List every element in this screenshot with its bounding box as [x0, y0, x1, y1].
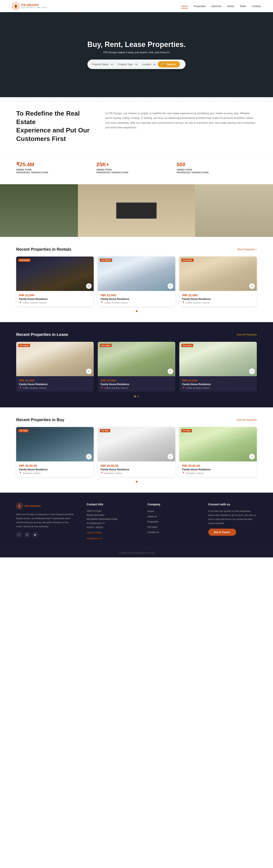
footer-phone[interactable]: 0484 48 04948 [87, 531, 135, 535]
copyright-text: © 2025 ITR Group All right reserved [119, 552, 154, 554]
rental-name-2: Family House Residence [101, 298, 172, 301]
lease-dot-1[interactable] [134, 396, 136, 397]
nav-properties[interactable]: Properties [194, 5, 206, 8]
buy-card-2-info: INR 30,00,00 Family House Residence 📍 Na… [98, 461, 175, 477]
lease-header: Recent Properties in Lease View All Prop… [16, 332, 257, 337]
footer-logo-icon [16, 503, 23, 509]
instagram-icon[interactable]: in [24, 532, 30, 537]
buy-badge-1: For Sale [18, 429, 29, 432]
footer-link-properties[interactable]: Properties [147, 520, 159, 523]
lease-dot-2[interactable] [137, 396, 139, 397]
buy-card-1: For Sale ⤢ INR 30,00,00 Family House Res… [16, 427, 94, 477]
rental-name-3: Family House Residence [182, 298, 254, 301]
mission-heading: To Redefine the Real Estate Experience a… [16, 109, 93, 143]
rental-share-3[interactable]: ⤢ [249, 283, 255, 289]
footer-link-team[interactable]: Our team [147, 526, 158, 528]
lease-pin-icon-1: 📍 [19, 386, 22, 389]
lease-cards: For Lease ⤢ INR 22,000 Family House Resi… [16, 342, 257, 392]
stat-properties: 500 OWNED FROM PROPERTIES TRANSACTIONS [177, 161, 257, 174]
property-type-select[interactable]: Property Type [115, 62, 138, 67]
footer-link-contact[interactable]: Contact us [147, 531, 159, 534]
buy-share-2[interactable]: ⤢ [168, 454, 173, 459]
location-pin-icon-1: 📍 [19, 301, 22, 304]
rental-dot-1[interactable] [136, 310, 137, 312]
rental-price-3: INR 22,000 [182, 293, 254, 297]
lease-view-all[interactable]: View All Properties [237, 333, 257, 336]
footer-connect-desc: If you have any queries or need assistan… [208, 509, 257, 525]
buy-title: Recent Properties in Buy [16, 417, 64, 422]
lease-pin-icon-2: 📍 [101, 386, 103, 389]
stat-revenue-value: ₹25.4M [16, 161, 48, 168]
location-pin-icon-2: 📍 [101, 301, 103, 304]
stat-clients: 25K+ OWNED FROM PROPERTIES TRANSACTIONS [96, 161, 176, 174]
nav-home[interactable]: Home [181, 5, 188, 8]
rental-share-1[interactable]: ⤢ [86, 283, 92, 289]
buy-price-1: INR 30,00,00 [19, 464, 91, 467]
rental-card-3-image: For Rental ⤢ [179, 256, 257, 291]
buy-card-1-image: For Sale ⤢ [16, 427, 94, 461]
lease-name-3: Family House Residence [182, 383, 254, 386]
buy-share-1[interactable]: ⤢ [86, 454, 92, 459]
rental-badge-1: For Rental [18, 258, 31, 262]
buy-share-3[interactable]: ⤢ [249, 454, 255, 459]
mission-section: To Redefine the Real Estate Experience a… [0, 97, 273, 155]
stat-properties-value: 500 [177, 161, 209, 168]
lease-location-1: 📍 Coffee Junction, Kannur [19, 386, 91, 389]
lease-share-2[interactable]: ⤢ [168, 369, 173, 374]
footer-social-icons: f in ▶ [16, 532, 74, 537]
svg-rect-2 [15, 6, 16, 8]
footer-logo: ITR GROUPS [16, 503, 74, 509]
lease-price-1: INR 22,000 [19, 379, 91, 382]
facebook-icon[interactable]: f [16, 532, 22, 537]
buy-dots [16, 481, 257, 483]
get-in-touch-button[interactable]: Get In Touch. [208, 529, 236, 536]
stat-clients-label: OWNED FROM PROPERTIES TRANSACTIONS [96, 168, 128, 174]
rentals-view-all[interactable]: More Properties > [237, 248, 257, 251]
search-label: Search [167, 63, 175, 66]
footer-about-col: ITR GROUPS With over 20 years of experie… [16, 503, 74, 542]
footer-company-links: Home About us Properties Our team Contac… [147, 509, 196, 534]
logo-icon [12, 2, 20, 10]
rental-card-1-info: INR 22,000 Family House Residence 📍 Coff… [16, 291, 94, 306]
footer-contact-title: Contact Info [87, 503, 135, 506]
stat-revenue-label: OWNED FROM PROPERTIES TRANSACTIONS [16, 168, 48, 174]
rental-share-2[interactable]: ⤢ [168, 283, 173, 289]
property-status-select[interactable]: Property Status [90, 62, 114, 67]
buy-pin-icon-3: 📍 [182, 472, 185, 474]
footer-address: FIRST FLOOR MAJID BUILDING INFOPARK KAKK… [87, 509, 135, 529]
lease-price-3: INR 22,000 [182, 379, 254, 382]
location-select[interactable]: Location [140, 62, 156, 67]
nav-contact[interactable]: Contact [252, 5, 261, 8]
logo-text: ITR GROUPS [21, 4, 47, 7]
youtube-icon[interactable]: ▶ [32, 532, 38, 537]
buy-pin-icon-2: 📍 [101, 472, 103, 474]
lease-share-1[interactable]: ⤢ [86, 369, 92, 374]
stats-section: ₹25.4M OWNED FROM PROPERTIES TRANSACTION… [0, 155, 273, 184]
search-button[interactable]: 🔍 Search [158, 61, 180, 67]
nav-links: Home Properties Services About Team Cont… [181, 4, 261, 8]
nav-services[interactable]: Services [211, 5, 221, 8]
buy-dot-1[interactable] [136, 481, 137, 483]
lease-card-2-image: For Lease ⤢ [98, 342, 175, 376]
footer-link-about[interactable]: About us [147, 515, 157, 518]
buy-view-all[interactable]: View All Properties [237, 418, 257, 421]
nav-team[interactable]: Team [240, 5, 246, 8]
buy-badge-3: For Sale [181, 429, 192, 432]
lease-card-1: For Lease ⤢ INR 22,000 Family House Resi… [16, 342, 94, 392]
logo[interactable]: ITR GROUPS REAL PROPERTY & REAL ESTATE [12, 2, 47, 10]
lease-badge-3: For Lease [181, 344, 193, 347]
rental-card-2: For Rental ⤢ INR 22,000 Family House Res… [98, 256, 175, 306]
lease-section: Recent Properties in Lease View All Prop… [0, 322, 273, 407]
footer-connect-col: Connect with us If you have any queries … [208, 503, 257, 542]
lease-share-3[interactable]: ⤢ [249, 369, 255, 374]
buy-price-2: INR 30,00,00 [101, 464, 172, 467]
footer-company-col: Company Home About us Properties Our tea… [147, 503, 196, 542]
rental-price-2: INR 22,000 [101, 293, 172, 297]
footer-email[interactable]: itrg@gmail.com [87, 536, 135, 540]
rental-name-1: Family House Residence [19, 298, 91, 301]
rentals-section: Recent Properties in Rentals More Proper… [0, 237, 273, 322]
nav-about[interactable]: About [227, 5, 234, 8]
buy-location-2: 📍 Nadakkav, Calicut [101, 472, 172, 474]
footer-link-home[interactable]: Home [147, 510, 154, 513]
footer-about-text: With over 20 years of experience in the … [16, 513, 74, 528]
